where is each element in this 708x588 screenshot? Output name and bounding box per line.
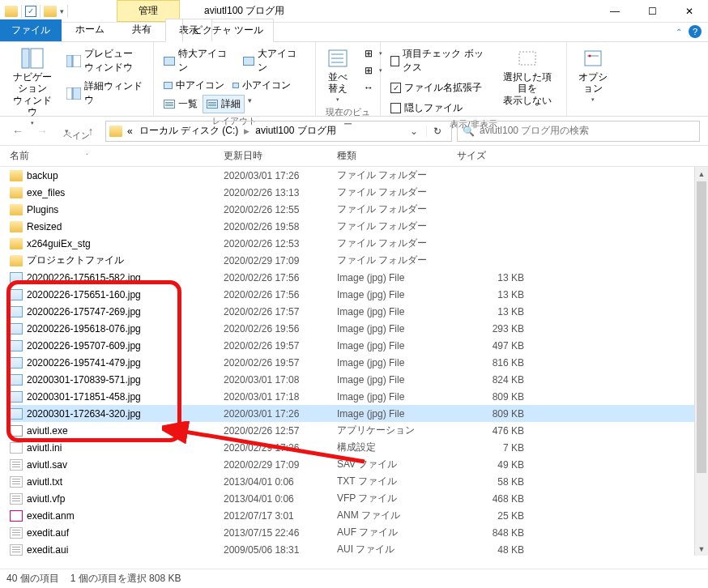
close-button[interactable]: ✕ (671, 0, 708, 23)
file-row[interactable]: プロジェクトファイル2020/02/29 17:09ファイル フォルダー (10, 252, 708, 269)
breadcrumb-folder[interactable]: aviutl100 ブログ用 (254, 124, 337, 138)
file-row[interactable]: 20200226-175651-160.jpg2020/02/26 17:56I… (10, 286, 708, 303)
file-date: 2020/02/29 17:09 (224, 255, 337, 266)
file-date: 2020/02/26 12:57 (224, 425, 337, 437)
file-row[interactable]: 20200301-172634-320.jpg2020/03/01 17:26I… (10, 405, 708, 422)
file-size: 49 KB (457, 459, 534, 471)
item-checkboxes-toggle[interactable]: 項目チェック ボックス (387, 45, 490, 76)
qat-folder-icon[interactable] (44, 6, 57, 17)
file-size: 58 KB (457, 476, 534, 488)
ribbon-tabs: ファイル ホーム 共有 表示 ピクチャ ツール ⌃ ? (0, 23, 708, 42)
up-button[interactable]: ↑ (81, 121, 100, 141)
file-icon (10, 493, 23, 505)
column-type[interactable]: 種類 (337, 149, 457, 163)
scroll-up-icon[interactable]: ▲ (695, 167, 708, 181)
picture-tools-tab[interactable]: ピクチャ ツール (182, 19, 274, 42)
breadcrumb-prefix[interactable]: « (126, 126, 134, 137)
preview-pane-button[interactable]: プレビュー ウィンドウ (63, 45, 147, 76)
home-tab[interactable]: ホーム (62, 18, 118, 41)
file-row[interactable]: 20200226-195618-076.jpg2020/02/26 19:56I… (10, 320, 708, 337)
image-icon (10, 323, 23, 334)
m-icons-button[interactable]: 中アイコン (160, 77, 228, 94)
file-name: 20200226-175615-582.jpg (27, 272, 141, 283)
svg-rect-5 (73, 87, 81, 100)
file-list[interactable]: backup2020/03/01 17:26ファイル フォルダーexe_file… (0, 167, 708, 556)
help-icon[interactable]: ? (689, 25, 702, 38)
file-row[interactable]: Plugins2020/02/26 12:55ファイル フォルダー (10, 201, 708, 218)
file-extensions-toggle[interactable]: ✓ファイル名拡張子 (387, 79, 490, 96)
file-date: 2013/04/01 0:06 (224, 476, 337, 488)
app-folder-icon (5, 6, 18, 17)
list-button[interactable]: 一覧 (160, 95, 201, 113)
file-row[interactable]: 20200226-195707-609.jpg2020/02/26 19:57I… (10, 337, 708, 354)
options-button[interactable]: オプション ▾ (574, 45, 612, 104)
details-pane-button[interactable]: 詳細ウィンドウ (63, 78, 147, 109)
file-type: Image (jpg) File (337, 272, 457, 283)
file-size: 7 KB (457, 442, 534, 454)
forward-button[interactable]: → (32, 121, 52, 141)
file-icon (10, 425, 23, 437)
file-tab[interactable]: ファイル (0, 19, 62, 41)
file-row[interactable]: 20200301-170839-571.jpg2020/03/01 17:08I… (10, 371, 708, 388)
file-row[interactable]: aviutl.exe2020/02/26 12:57アプリケーション476 KB (10, 422, 708, 439)
file-date: 2020/02/26 17:57 (224, 306, 337, 317)
address-dropdown-icon[interactable]: ⌄ (405, 126, 423, 137)
file-date: 2020/02/26 19:56 (224, 323, 337, 334)
scrollbar[interactable]: ▲ ▼ (694, 167, 708, 556)
folder-icon (10, 238, 23, 249)
file-row[interactable]: aviutl.sav2020/02/29 17:09SAV ファイル49 KB (10, 456, 708, 473)
folder-icon (10, 204, 23, 215)
s-icons-button[interactable]: 小アイコン (229, 77, 294, 94)
scroll-thumb[interactable] (697, 181, 706, 473)
sort-button[interactable]: 並べ替え ▾ (322, 45, 353, 104)
file-row[interactable]: backup2020/03/01 17:26ファイル フォルダー (10, 167, 708, 184)
column-date[interactable]: 更新日時 (224, 149, 337, 163)
svg-rect-3 (73, 55, 81, 67)
status-selection: 1 個の項目を選択 808 KB (70, 572, 181, 586)
file-type: TXT ファイル (337, 475, 457, 488)
collapse-ribbon-icon[interactable]: ⌃ (676, 28, 682, 36)
image-icon (10, 357, 23, 369)
qat-checkbox[interactable]: ✓ (25, 6, 36, 17)
hide-selected-button[interactable]: 選択した項目を 表示しない (495, 45, 560, 108)
file-row[interactable]: Resized2020/02/26 19:58ファイル フォルダー (10, 218, 708, 235)
image-icon (10, 391, 23, 403)
file-size: 468 KB (457, 493, 534, 505)
column-name[interactable]: 名前ˇ (10, 149, 224, 163)
file-row[interactable]: 20200226-195741-479.jpg2020/02/26 19:57I… (10, 354, 708, 371)
recent-locations-button[interactable]: ▾ (57, 121, 76, 141)
details-view-button[interactable]: 詳細 (203, 95, 245, 113)
hidden-files-toggle[interactable]: 隠しファイル (387, 100, 490, 117)
file-type: Image (jpg) File (337, 340, 457, 352)
back-button[interactable]: ← (8, 121, 28, 141)
minimize-button[interactable]: ― (596, 0, 633, 23)
navigation-pane-button[interactable]: ナビゲーション ウィンドウ ▾ (6, 45, 58, 128)
file-row[interactable]: 20200226-175615-582.jpg2020/02/26 17:56I… (10, 269, 708, 286)
file-type: ファイル フォルダー (337, 219, 457, 233)
folder-icon (10, 187, 23, 198)
file-row[interactable]: aviutl.txt2013/04/01 0:06TXT ファイル58 KB (10, 473, 708, 490)
file-row[interactable]: exe_files2020/02/26 13:13ファイル フォルダー (10, 184, 708, 201)
file-row[interactable]: aviutl.ini2020/02/29 17:26構成設定7 KB (10, 439, 708, 456)
refresh-button[interactable]: ↻ (426, 126, 448, 137)
file-type: 構成設定 (337, 441, 457, 454)
breadcrumb-disk[interactable]: ローカル ディスク (C:) (138, 124, 241, 138)
file-row[interactable]: aviutl.vfp2013/04/01 0:06VFP ファイル468 KB (10, 490, 708, 507)
file-type: Image (jpg) File (337, 289, 457, 300)
file-name: exe_files (27, 187, 65, 198)
search-box[interactable]: 🔍 aviutl100 ブログ用の検索 (457, 121, 700, 142)
xl-icons-button[interactable]: 特大アイコン (160, 45, 238, 76)
file-row[interactable]: exedit.aui2009/05/06 18:31AUI ファイル48 KB (10, 541, 708, 556)
l-icons-button[interactable]: 大アイコン (240, 45, 309, 76)
scroll-down-icon[interactable]: ▼ (695, 542, 708, 556)
file-row[interactable]: exedit.auf2013/07/15 22:46AUF ファイル848 KB (10, 524, 708, 541)
file-size: 293 KB (457, 323, 534, 334)
file-row[interactable]: 20200301-171851-458.jpg2020/03/01 17:18I… (10, 388, 708, 405)
file-row[interactable]: x264guiEx_stg2020/02/26 12:53ファイル フォルダー (10, 235, 708, 252)
address-bar[interactable]: « ローカル ディスク (C:) ▶ aviutl100 ブログ用 ⌄ ↻ (105, 121, 452, 142)
share-tab[interactable]: 共有 (118, 18, 165, 41)
file-row[interactable]: 20200226-175747-269.jpg2020/02/26 17:57I… (10, 303, 708, 320)
file-row[interactable]: exedit.anm2012/07/17 3:01ANM ファイル25 KB (10, 507, 708, 524)
maximize-button[interactable]: ☐ (633, 0, 671, 23)
column-size[interactable]: サイズ (457, 149, 534, 163)
